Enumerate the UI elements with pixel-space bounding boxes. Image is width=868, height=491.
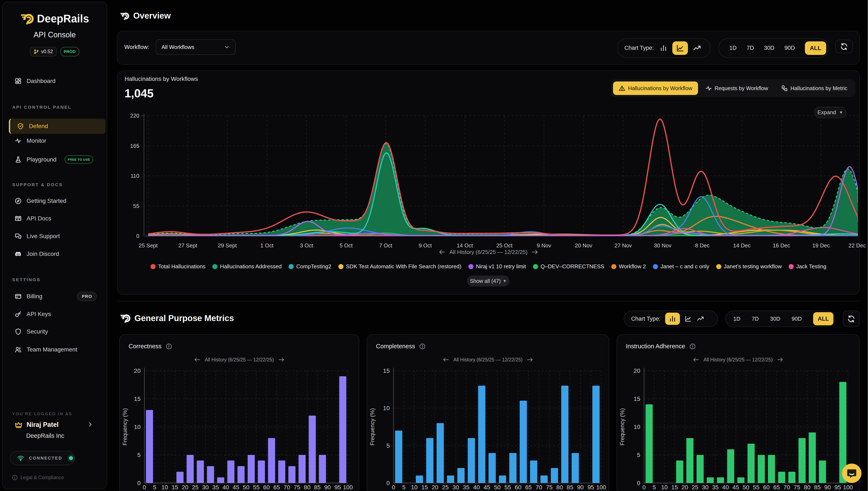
svg-text:7 Oct: 7 Oct (379, 242, 393, 249)
svg-text:25 Sept: 25 Sept (139, 242, 158, 249)
svg-text:8 Dec: 8 Dec (695, 242, 710, 249)
svg-text:220: 220 (130, 113, 139, 119)
svg-text:14 Oct: 14 Oct (457, 242, 473, 249)
svg-text:27 Nov: 27 Nov (614, 242, 632, 249)
svg-text:16 Dec: 16 Dec (773, 242, 790, 249)
svg-text:22 Dec: 22 Dec (848, 242, 866, 249)
svg-text:19 Dec: 19 Dec (812, 242, 830, 249)
svg-text:5 Oct: 5 Oct (340, 242, 353, 249)
svg-text:20 Nov: 20 Nov (575, 242, 592, 249)
svg-text:9 Nov: 9 Nov (537, 242, 551, 249)
svg-text:27 Sept: 27 Sept (178, 242, 197, 249)
svg-text:9 Oct: 9 Oct (418, 242, 432, 249)
svg-text:30 Nov: 30 Nov (654, 242, 671, 249)
svg-text:1 Oct: 1 Oct (260, 242, 273, 249)
svg-text:14 Dec: 14 Dec (733, 242, 750, 249)
svg-text:29 Sept: 29 Sept (218, 242, 237, 249)
svg-text:110: 110 (131, 173, 139, 179)
svg-text:25 Oct: 25 Oct (496, 242, 513, 249)
svg-text:3 Oct: 3 Oct (300, 242, 313, 249)
svg-text:0: 0 (136, 233, 139, 239)
svg-text:165: 165 (130, 143, 139, 149)
svg-text:55: 55 (133, 203, 139, 209)
